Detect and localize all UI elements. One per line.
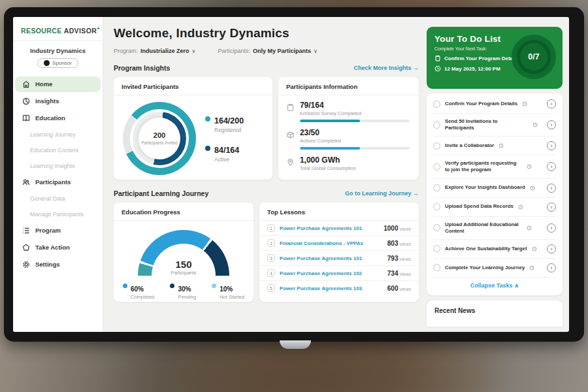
lesson-rank: 4 bbox=[267, 269, 275, 277]
sidebar-item-insights[interactable]: Insights bbox=[13, 93, 103, 109]
top-lessons-card: Top Lessons 1 Power Purchase Agreements … bbox=[259, 203, 419, 302]
participants-icon bbox=[22, 178, 30, 186]
sidebar-item-label: Insights bbox=[35, 97, 59, 105]
legend-label: Completed bbox=[131, 294, 154, 300]
sidebar-item-label: Manage Participants bbox=[30, 211, 84, 218]
program-filter[interactable]: Program:Industrialize Zero∨ bbox=[114, 48, 195, 54]
monitor-stand bbox=[280, 340, 311, 349]
lesson-link[interactable]: Power Purchase Agreements 102 bbox=[280, 270, 383, 276]
sidebar-item-label: Take Action bbox=[35, 244, 70, 251]
sidebar-item-general-data[interactable]: General Data bbox=[13, 191, 103, 206]
lesson-rank: 1 bbox=[267, 224, 275, 232]
chevron-down-icon: ∨ bbox=[192, 48, 196, 54]
main-content: Welcome, Industry Dynamics Program:Indus… bbox=[103, 17, 424, 332]
sidebar-item-learning-insights[interactable]: Learning Insights bbox=[13, 159, 103, 173]
stat-value: 23/50 bbox=[300, 128, 410, 137]
chevron-right-icon[interactable]: › bbox=[547, 184, 556, 193]
clock-icon bbox=[434, 65, 441, 72]
lesson-link[interactable]: Power Purchase Agreements 103 bbox=[280, 286, 383, 291]
legend-value: 30% bbox=[178, 286, 191, 293]
task-row-upload-educational-content[interactable]: Upload Additional Educational Content › bbox=[433, 217, 556, 240]
lesson-link[interactable]: Power Purchase Agreements 101 bbox=[280, 255, 383, 261]
lesson-rank: 5 bbox=[267, 284, 275, 292]
sidebar-item-settings[interactable]: Settings bbox=[13, 257, 103, 272]
donut-center-value: 200 bbox=[154, 131, 165, 139]
insights-icon bbox=[22, 97, 30, 105]
take-action-icon bbox=[22, 244, 30, 252]
task-checkbox[interactable] bbox=[433, 203, 440, 210]
views-label: views bbox=[399, 272, 411, 276]
sidebar-item-education-content[interactable]: Education Content bbox=[13, 143, 103, 157]
lesson-views: 600 bbox=[387, 285, 399, 292]
gauge-center-label: Participants bbox=[138, 270, 229, 276]
task-row-complete-learning-journey[interactable]: Complete Your Learning Journey › bbox=[433, 259, 556, 278]
sidebar: RESOURCE ADVISOR+ Industry Dynamics Spon… bbox=[13, 17, 103, 332]
sidebar-item-learning-journey[interactable]: Learning Journey bbox=[13, 127, 103, 142]
lesson-row: 2 Financial Considerations - VPPAs 803vi… bbox=[259, 236, 419, 251]
chevron-right-icon[interactable]: › bbox=[547, 263, 556, 272]
task-checkbox[interactable] bbox=[433, 184, 440, 191]
legend-item-pending: 30% Pending bbox=[170, 282, 196, 300]
task-checkbox[interactable] bbox=[433, 122, 440, 129]
gauge-center: 150 Participants bbox=[138, 259, 229, 276]
home-icon bbox=[22, 80, 30, 88]
participants-filter[interactable]: Participants:Only My Participants∨ bbox=[218, 48, 317, 54]
sidebar-item-label: Education Content bbox=[30, 147, 78, 154]
legend-value: 10% bbox=[220, 286, 233, 293]
todo-next-task-label: Confirm Your Program Details bbox=[444, 56, 519, 61]
navy-dot-icon bbox=[205, 146, 210, 151]
chevron-right-icon[interactable]: › bbox=[547, 99, 556, 108]
task-row-verify-participants[interactable]: Verify participants requesting to join t… bbox=[433, 155, 556, 178]
location-pin-icon bbox=[286, 158, 295, 167]
todo-progress-value: 0/7 bbox=[517, 40, 551, 74]
book-icon bbox=[22, 114, 30, 122]
task-row-confirm-program[interactable]: Confirm Your Program Details › bbox=[433, 95, 556, 114]
chevron-right-icon[interactable]: › bbox=[547, 141, 556, 150]
stat-label: Emission Survey Completed bbox=[300, 110, 410, 116]
insights-cards-row: Invited Participants 200 Participants In… bbox=[114, 77, 419, 180]
chevron-right-icon[interactable]: › bbox=[547, 223, 556, 233]
chevron-right-icon[interactable]: › bbox=[547, 162, 556, 171]
sidebar-item-home[interactable]: Home bbox=[15, 76, 101, 92]
emission-progress-bar bbox=[300, 120, 410, 122]
section-title: Program Insights bbox=[114, 64, 170, 72]
sidebar-item-program[interactable]: Program bbox=[13, 223, 103, 238]
sidebar-item-manage-participants[interactable]: Manage Participants bbox=[13, 207, 103, 221]
logo-plus: + bbox=[97, 25, 100, 31]
task-checkbox[interactable] bbox=[433, 142, 440, 150]
lesson-views: 793 bbox=[387, 255, 399, 262]
learning-journey-header: Participant Learning Journey Go to Learn… bbox=[114, 189, 419, 197]
task-checkbox[interactable] bbox=[433, 163, 440, 171]
task-row-explore-insights[interactable]: Explore Your Insights Dashboard › bbox=[433, 179, 556, 198]
legend-label: Active bbox=[214, 156, 239, 163]
task-row-send-invitations[interactable]: Send 50 Invitations to Participants › bbox=[433, 114, 556, 137]
sponsor-icon bbox=[44, 60, 50, 66]
donut-center: 200 Participants Invited bbox=[139, 118, 180, 159]
legend-item-not-started: 10% Not Started bbox=[212, 282, 244, 300]
sidebar-item-label: Program bbox=[35, 227, 61, 234]
task-checkbox[interactable] bbox=[433, 245, 440, 252]
chevron-right-icon[interactable]: › bbox=[547, 203, 556, 212]
collapse-tasks-link[interactable]: Collapse Tasks ∧ bbox=[433, 278, 556, 294]
sponsor-badge[interactable]: Sponsor bbox=[37, 58, 78, 68]
task-row-invite-collaborator[interactable]: Invite a Collaborator › bbox=[433, 137, 556, 155]
clock-icon bbox=[532, 122, 538, 127]
go-to-learning-journey-link[interactable]: Go to Learning Journey → bbox=[345, 190, 419, 197]
sidebar-item-participants[interactable]: Participants bbox=[13, 174, 103, 190]
task-checkbox[interactable] bbox=[433, 264, 440, 271]
views-label: views bbox=[399, 257, 411, 261]
check-more-insights-link[interactable]: Check More Insights → bbox=[353, 65, 419, 71]
task-checkbox[interactable] bbox=[433, 224, 440, 231]
sidebar-item-education[interactable]: Education bbox=[13, 110, 103, 126]
clock-icon bbox=[529, 265, 534, 270]
legend-value: 84/164 bbox=[214, 146, 239, 155]
task-row-upload-spend-data[interactable]: Upload Spend Data Records › bbox=[433, 198, 556, 217]
chevron-right-icon[interactable]: › bbox=[547, 120, 556, 129]
chevron-right-icon[interactable]: › bbox=[547, 244, 556, 253]
sidebar-item-take-action[interactable]: Take Action bbox=[13, 240, 103, 255]
todo-task-list: Confirm Your Program Details › Send 50 I… bbox=[427, 93, 563, 295]
lesson-link[interactable]: Power Purchase Agreements 101 bbox=[280, 225, 379, 231]
task-row-achieve-target[interactable]: Achieve One Sustainability Target › bbox=[433, 240, 556, 259]
task-checkbox[interactable] bbox=[433, 101, 440, 108]
lesson-link[interactable]: Financial Considerations - VPPAs bbox=[280, 240, 383, 246]
